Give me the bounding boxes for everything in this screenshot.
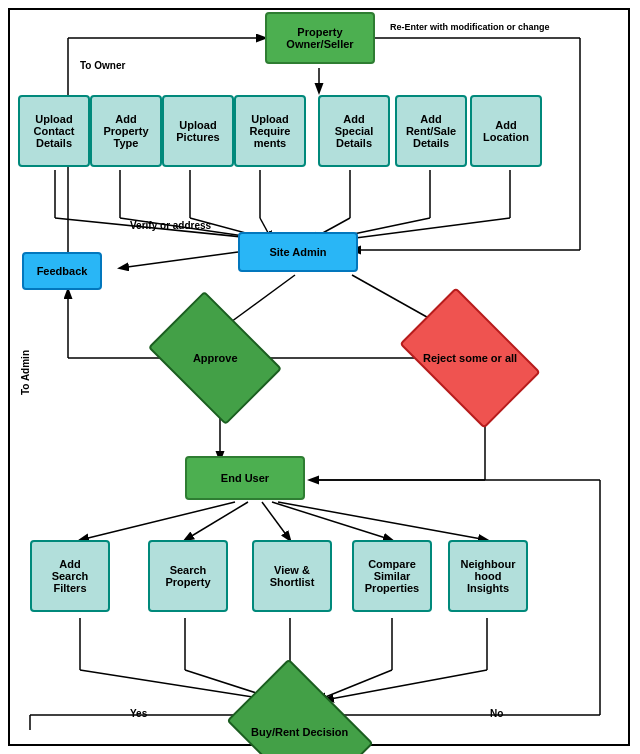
add-rent-sale-label: Add Rent/Sale Details (406, 113, 456, 149)
add-location-node: Add Location (470, 95, 542, 167)
approve-label: Approve (193, 352, 238, 364)
add-property-node: Add Property Type (90, 95, 162, 167)
add-search-filters-node: Add Search Filters (30, 540, 110, 612)
reject-label: Reject some or all (423, 352, 517, 364)
upload-contact-label: Upload Contact Details (34, 113, 75, 149)
compare-similar-label: Compare Similar Properties (365, 558, 419, 594)
neighbourhood-node: Neighbour hood Insights (448, 540, 528, 612)
feedback-node: Feedback (22, 252, 102, 290)
add-special-label: Add Special Details (335, 113, 374, 149)
view-shortlist-label: View & Shortlist (270, 564, 315, 588)
view-shortlist-node: View & Shortlist (252, 540, 332, 612)
approve-diamond: Approve (160, 318, 270, 398)
verify-address-label: Verify or address (130, 220, 211, 231)
add-location-label: Add Location (483, 119, 529, 143)
yes-label: Yes (130, 708, 147, 719)
add-special-node: Add Special Details (318, 95, 390, 167)
site-admin-node: Site Admin (238, 232, 358, 272)
site-admin-label: Site Admin (269, 246, 326, 258)
upload-requirements-label: Upload Require ments (250, 113, 291, 149)
to-owner-label: To Owner (80, 60, 125, 71)
reject-diamond: Reject some or all (410, 318, 530, 398)
to-admin-label: To Admin (20, 350, 31, 395)
upload-requirements-node: Upload Require ments (234, 95, 306, 167)
end-user-label: End User (221, 472, 269, 484)
end-user-node: End User (185, 456, 305, 500)
compare-similar-node: Compare Similar Properties (352, 540, 432, 612)
search-property-node: Search Property (148, 540, 228, 612)
upload-pictures-node: Upload Pictures (162, 95, 234, 167)
add-search-filters-label: Add Search Filters (52, 558, 89, 594)
neighbourhood-label: Neighbour hood Insights (461, 558, 516, 594)
upload-contact-node: Upload Contact Details (18, 95, 90, 167)
feedback-label: Feedback (37, 265, 88, 277)
buy-rent-diamond: Buy/Rent Decision (240, 688, 360, 754)
no-label: No (490, 708, 503, 719)
search-property-label: Search Property (165, 564, 210, 588)
property-owner-node: Property Owner/Seller (265, 12, 375, 64)
re-enter-label: Re-Enter with modification or change (390, 22, 550, 32)
add-rent-sale-node: Add Rent/Sale Details (395, 95, 467, 167)
add-property-label: Add Property Type (103, 113, 148, 149)
upload-pictures-label: Upload Pictures (176, 119, 219, 143)
buy-rent-label: Buy/Rent Decision (251, 726, 348, 738)
property-owner-label: Property Owner/Seller (286, 26, 353, 50)
